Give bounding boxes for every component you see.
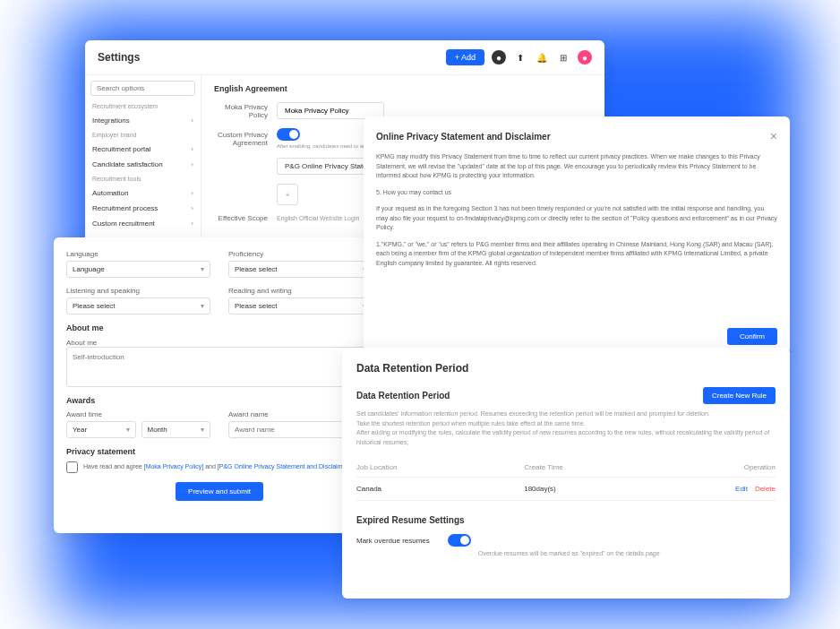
about-textarea[interactable]: [66, 347, 373, 387]
privacy-link-moka[interactable]: [Moka Privacy Policy]: [144, 463, 204, 470]
sidebar-item-automation[interactable]: Automation›: [90, 185, 195, 201]
edit-link[interactable]: Edit: [735, 485, 748, 493]
privacy-checkbox[interactable]: [66, 461, 78, 473]
search-input[interactable]: [90, 81, 195, 96]
table-header: Job Location Create Time Operation: [356, 458, 776, 478]
panel-title: Data Retention Period: [356, 362, 776, 375]
privacy-modal: Online Privacy Statement and Disclaimer …: [364, 116, 790, 354]
chevron-right-icon: ›: [191, 160, 193, 168]
field-label: Language: [66, 250, 210, 258]
proficiency-select[interactable]: Please select: [228, 261, 373, 278]
section-title: Data Retention Period: [356, 391, 450, 401]
close-icon[interactable]: ×: [770, 129, 777, 143]
sidebar-section: Recruitment ecosystem: [90, 99, 195, 113]
field-label: Effective Scope: [214, 214, 277, 222]
modal-title: Online Privacy Statement and Disclaimer: [376, 132, 551, 142]
add-statement-button[interactable]: +: [277, 184, 298, 205]
table-row: Canada 180day(s) EditDelete: [356, 478, 776, 501]
create-rule-button[interactable]: Create New Rule: [703, 387, 776, 404]
upload-icon[interactable]: ⬆: [513, 50, 527, 65]
description: Set candidates' information retention pe…: [356, 409, 776, 447]
profile-icon[interactable]: ●: [578, 50, 592, 65]
retention-panel: Data Retention Period Data Retention Per…: [342, 348, 790, 599]
field-label: Custom Privacy Agreement: [214, 131, 277, 147]
modal-body: KPMG may modify this Privacy Statement f…: [376, 152, 777, 323]
field-label: Reading and writing: [228, 287, 373, 295]
listening-select[interactable]: Please select: [66, 297, 210, 314]
field-label: Award time: [66, 410, 210, 418]
submit-button[interactable]: Preview and submit: [176, 482, 263, 501]
month-select[interactable]: Month: [141, 421, 211, 438]
field-label: About me: [66, 339, 97, 347]
sidebar-item-process[interactable]: Recruitment process›: [90, 201, 195, 216]
sidebar-item-portal[interactable]: Recruitment portal›: [90, 142, 195, 157]
field-hint: Overdue resumes will be marked as "expir…: [356, 550, 776, 556]
section-title: About me: [66, 323, 373, 332]
field-label: Listening and speaking: [66, 287, 210, 295]
bell-icon[interactable]: 🔔: [535, 50, 549, 65]
section-title: Expired Resume Settings: [356, 515, 776, 525]
content-title: English Agreement: [214, 84, 592, 93]
privacy-link-pg[interactable]: [P&G Online Privacy Statement and Discla…: [218, 463, 350, 470]
delete-link[interactable]: Delete: [755, 485, 776, 493]
year-select[interactable]: Year: [66, 421, 136, 438]
sidebar-item-integrations[interactable]: Integrations›: [90, 113, 195, 128]
page-title: Settings: [98, 51, 140, 64]
mark-overdue-toggle[interactable]: [448, 534, 471, 547]
sidebar-section: Recruitment tools: [90, 172, 195, 185]
custom-privacy-toggle[interactable]: [277, 128, 300, 141]
sidebar-item-custom[interactable]: Custom recruitment›: [90, 216, 195, 231]
add-button[interactable]: + Add: [446, 49, 484, 65]
section-title: Awards+ Add: [66, 396, 373, 405]
language-select[interactable]: Language: [66, 261, 210, 278]
chevron-right-icon: ›: [191, 204, 193, 212]
chevron-right-icon: ›: [191, 189, 193, 197]
chevron-right-icon: ›: [191, 145, 193, 153]
reading-select[interactable]: Please select: [228, 297, 373, 314]
sidebar-item-satisfaction[interactable]: Candidate satisfaction›: [90, 157, 195, 172]
field-label: Proficiency: [228, 250, 373, 258]
field-label: Mark overdue resumes: [356, 537, 430, 545]
chevron-right-icon: ›: [191, 116, 193, 125]
sidebar-section: Employer brand: [90, 128, 195, 142]
field-label: Moka Privacy Policy: [214, 103, 277, 119]
user-avatar-icon[interactable]: ●: [492, 50, 506, 65]
chevron-right-icon: ›: [191, 220, 193, 228]
candidate-form: LanguageLanguage ProficiencyPlease selec…: [54, 237, 385, 533]
section-title: Privacy statement: [66, 447, 373, 456]
privacy-statement: Have read and agree [Moka Privacy Policy…: [66, 461, 373, 473]
apps-icon[interactable]: ⊞: [556, 50, 570, 65]
confirm-button[interactable]: Confirm: [727, 328, 777, 345]
scope-value: English Official Website Login: [277, 215, 359, 221]
